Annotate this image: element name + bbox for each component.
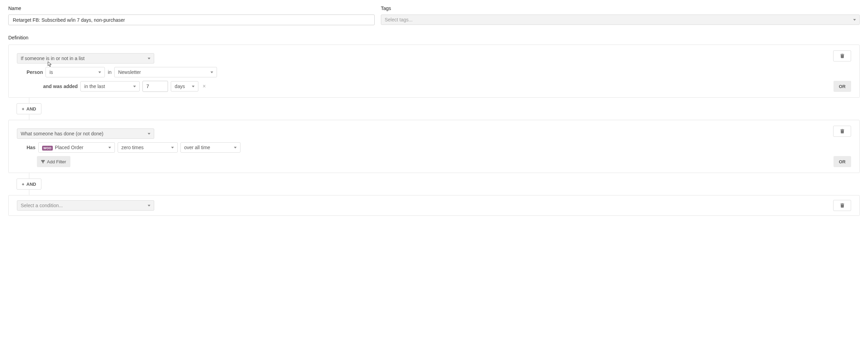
delete-rule-1-button[interactable] [833, 50, 851, 61]
add-filter-button[interactable]: Add Filter [37, 156, 70, 167]
event-text: Placed Order [55, 145, 83, 150]
rule-card-2: What someone has done (or not done) Has … [8, 120, 860, 173]
delete-rule-3-button[interactable] [833, 200, 851, 211]
chevron-down-icon [98, 71, 101, 73]
woo-badge: WOO [42, 146, 53, 151]
tags-placeholder: Select tags... [385, 17, 849, 22]
or-button-2[interactable]: OR [834, 156, 851, 167]
timeframe-number-input[interactable] [142, 81, 168, 92]
or-label: OR [839, 84, 846, 89]
trash-icon [840, 129, 844, 134]
timeframe-select[interactable]: in the last [80, 81, 140, 92]
event-select[interactable]: WOOPlaced Order [38, 142, 115, 153]
rule-card-3: Select a condition... [8, 195, 860, 216]
connector-1: + AND [8, 98, 860, 120]
chevron-down-icon [234, 147, 237, 148]
condition-type-select-2[interactable]: What someone has done (or not done) [17, 128, 154, 139]
event-value: WOOPlaced Order [42, 145, 104, 151]
plus-icon: + [22, 182, 24, 187]
trash-icon [840, 54, 844, 58]
rule-card-1: If someone is in or not in a list Person… [8, 45, 860, 98]
condition-placeholder: Select a condition... [21, 203, 144, 208]
clear-timeframe-button[interactable]: × [201, 83, 207, 89]
plus-icon: + [22, 106, 24, 112]
or-button-1[interactable]: OR [834, 81, 851, 92]
name-label: Name [8, 6, 375, 11]
timeframe-value: in the last [84, 84, 129, 89]
condition-type-label: If someone is in or not in a list [21, 56, 144, 61]
in-label: in [108, 69, 111, 75]
tags-label: Tags [381, 6, 860, 11]
condition-type-select-3[interactable]: Select a condition... [17, 200, 154, 211]
chevron-down-icon [192, 86, 195, 87]
filter-icon [41, 160, 45, 164]
and-button-2[interactable]: + AND [17, 179, 41, 190]
add-filter-label: Add Filter [47, 159, 66, 164]
person-is-select[interactable]: is [46, 67, 105, 77]
connector-2: + AND [8, 173, 860, 195]
chevron-down-icon [148, 133, 150, 135]
list-select[interactable]: Newsletter [114, 67, 217, 77]
has-label: Has [27, 145, 36, 150]
condition-type-select-1[interactable]: If someone is in or not in a list [17, 53, 154, 64]
range-value: over all time [184, 145, 230, 150]
and-label: AND [27, 182, 36, 187]
list-value: Newsletter [118, 69, 206, 75]
chevron-down-icon [133, 86, 136, 87]
added-label: and was added [43, 84, 78, 89]
person-label: Person [27, 69, 43, 75]
and-label: AND [27, 106, 36, 112]
delete-rule-2-button[interactable] [833, 126, 851, 137]
chevron-down-icon [148, 205, 150, 206]
count-value: zero times [121, 145, 167, 150]
person-is-value: is [49, 69, 94, 75]
chevron-down-icon [210, 71, 213, 73]
range-select[interactable]: over all time [180, 142, 240, 153]
chevron-down-icon [853, 19, 856, 21]
unit-select[interactable]: days [171, 81, 198, 92]
definition-label: Definition [8, 35, 860, 40]
count-select[interactable]: zero times [118, 142, 178, 153]
unit-value: days [175, 84, 188, 89]
chevron-down-icon [148, 58, 150, 59]
or-label: OR [839, 159, 846, 164]
and-button-1[interactable]: + AND [17, 103, 41, 114]
name-input[interactable] [8, 15, 375, 25]
chevron-down-icon [108, 147, 111, 148]
chevron-down-icon [171, 147, 174, 148]
condition-type-label-2: What someone has done (or not done) [21, 131, 144, 136]
trash-icon [840, 203, 844, 208]
tags-select[interactable]: Select tags... [381, 15, 860, 25]
